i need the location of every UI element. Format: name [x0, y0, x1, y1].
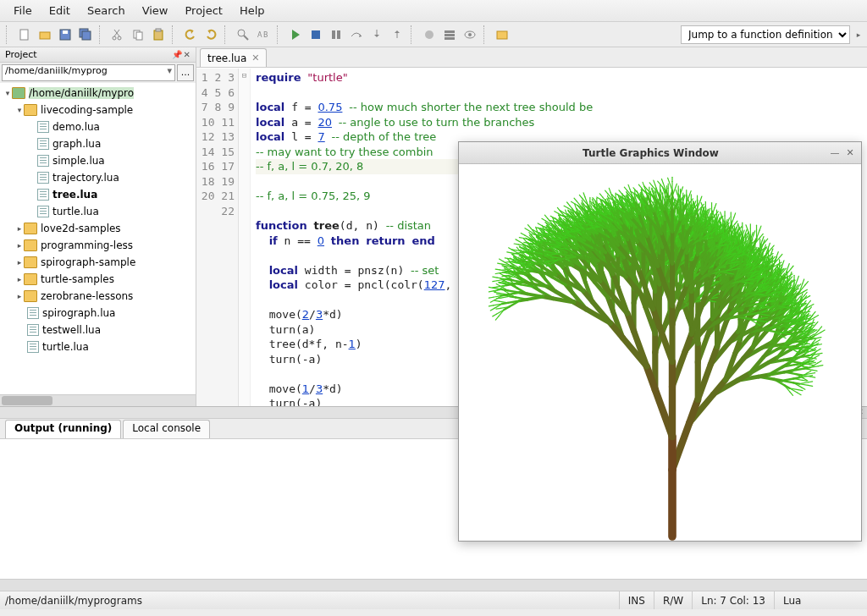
save-all-button[interactable] — [76, 25, 95, 44]
svg-line-3403 — [493, 277, 497, 278]
svg-rect-20 — [445, 30, 455, 33]
menu-bar: File Edit Search View Project Help — [0, 0, 867, 22]
menu-edit[interactable]: Edit — [41, 1, 79, 20]
svg-line-4047 — [532, 258, 538, 259]
svg-line-1497 — [763, 328, 770, 330]
project-tree-hscroll[interactable] — [0, 394, 196, 406]
tree-folder-closed[interactable]: ▸spirograph-sample — [0, 254, 196, 271]
tree-folder-closed[interactable]: ▸programming-less — [0, 237, 196, 254]
close-icon[interactable]: ✕ — [844, 147, 856, 159]
tree-folder-closed[interactable]: ▸turtle-samples — [0, 271, 196, 288]
menu-project[interactable]: Project — [176, 1, 230, 20]
editor-tab[interactable]: tree.lua ✕ — [200, 48, 267, 67]
tree-folder-closed[interactable]: ▸love2d-samples — [0, 220, 196, 237]
svg-line-6100 — [715, 204, 716, 208]
svg-line-4399 — [583, 193, 585, 197]
tree-folder-open[interactable]: ▾livecoding-sample — [0, 102, 196, 118]
redo-button[interactable] — [202, 25, 220, 44]
svg-line-4425 — [756, 312, 762, 313]
tree-root[interactable]: ▾/home/daniilk/mypro — [0, 85, 196, 102]
new-file-button[interactable] — [15, 25, 34, 44]
tree-folder-closed[interactable]: ▸zerobrane-lessons — [0, 288, 196, 305]
svg-line-2193 — [762, 237, 764, 241]
tree-file[interactable]: spirograph.lua — [0, 305, 196, 322]
svg-line-1509 — [782, 325, 788, 326]
svg-line-109 — [819, 366, 823, 366]
copy-button[interactable] — [129, 25, 147, 44]
undo-button[interactable] — [181, 25, 200, 44]
tree-file[interactable]: turtle.lua — [0, 338, 196, 355]
svg-line-736 — [804, 292, 807, 295]
project-path-select[interactable]: /home/daniilk/myprog ▾ — [2, 64, 175, 81]
svg-line-3661 — [519, 238, 523, 239]
menu-help[interactable]: Help — [231, 1, 273, 20]
close-tab-icon[interactable]: ✕ — [251, 52, 259, 63]
tree-file[interactable]: simple.lua — [0, 152, 196, 169]
svg-line-3429 — [500, 259, 504, 261]
step-over-button[interactable] — [347, 25, 366, 44]
svg-line-3395 — [493, 287, 497, 288]
close-panel-icon[interactable]: ✕ — [184, 50, 191, 59]
tree-file-active[interactable]: tree.lua — [0, 186, 196, 203]
pin-icon[interactable]: 📌 — [172, 50, 182, 59]
turtle-titlebar[interactable]: Turtle Graphics Window — ✕ — [459, 142, 861, 164]
svg-line-3671 — [527, 225, 530, 228]
breakpoint-button[interactable] — [420, 25, 439, 44]
svg-line-138 — [764, 349, 770, 358]
svg-line-3401 — [493, 281, 497, 282]
break-button[interactable] — [327, 25, 345, 44]
line-gutter: 1 2 3 4 5 6 7 8 9 10 11 12 13 14 15 16 1… — [196, 69, 239, 406]
svg-line-93 — [785, 371, 792, 372]
svg-line-592 — [813, 311, 815, 315]
function-jump-select[interactable]: Jump to a function definition... — [681, 25, 850, 44]
tab-console[interactable]: Local console — [123, 420, 210, 438]
stack-button[interactable] — [440, 25, 459, 44]
open-file-button[interactable] — [36, 25, 54, 44]
minimize-icon[interactable]: — — [829, 147, 841, 159]
tree-file[interactable]: turtle.lua — [0, 203, 196, 220]
svg-line-4065 — [535, 250, 541, 251]
toolbar-overflow-icon[interactable]: ▸ — [853, 30, 864, 39]
menu-file[interactable]: File — [5, 1, 41, 20]
menu-view[interactable]: View — [134, 1, 177, 20]
cut-button[interactable] — [108, 25, 127, 44]
svg-line-6568 — [682, 187, 683, 191]
tab-output[interactable]: Output (running) — [5, 420, 121, 438]
svg-line-3333 — [520, 293, 527, 294]
svg-line-3269 — [574, 302, 586, 309]
svg-line-697 — [806, 311, 810, 312]
tree-file[interactable]: testwell.lua — [0, 322, 196, 338]
svg-line-51 — [801, 388, 805, 390]
bottom-hscroll[interactable] — [0, 579, 867, 591]
svg-line-92 — [811, 377, 815, 377]
paste-button[interactable] — [149, 25, 168, 44]
tree-file[interactable]: demo.lua — [0, 118, 196, 135]
tree-file[interactable]: graph.lua — [0, 135, 196, 152]
svg-line-3324 — [527, 294, 543, 296]
svg-line-5115 — [728, 218, 730, 223]
fold-column[interactable]: ⊟ — [239, 69, 251, 406]
replace-button[interactable]: AB — [254, 25, 273, 44]
save-button[interactable] — [56, 25, 75, 44]
step-out-button[interactable] — [388, 25, 406, 44]
menu-search[interactable]: Search — [79, 1, 134, 20]
project-browse-button[interactable]: ... — [177, 64, 194, 81]
svg-point-7 — [118, 36, 121, 40]
tree-file[interactable]: trajectory.lua — [0, 169, 196, 186]
step-into-button[interactable] — [367, 25, 386, 44]
svg-line-537 — [797, 341, 803, 342]
svg-line-90 — [811, 373, 815, 374]
stop-button[interactable] — [306, 25, 325, 44]
editor-tab-label: tree.lua — [207, 52, 246, 64]
turtle-graphics-window[interactable]: Turtle Graphics Window — ✕ — [458, 141, 862, 542]
project-button[interactable] — [493, 25, 511, 44]
find-button[interactable] — [234, 25, 252, 44]
svg-line-56 — [808, 385, 812, 386]
svg-line-6537 — [670, 193, 671, 197]
svg-line-107 — [817, 361, 821, 364]
watch-button[interactable] — [461, 25, 479, 44]
editor-tab-bar: tree.lua ✕ — [196, 47, 867, 68]
run-button[interactable] — [286, 25, 305, 44]
project-tree[interactable]: ▾/home/daniilk/mypro ▾livecoding-sample … — [0, 83, 196, 394]
svg-rect-5 — [82, 31, 91, 40]
